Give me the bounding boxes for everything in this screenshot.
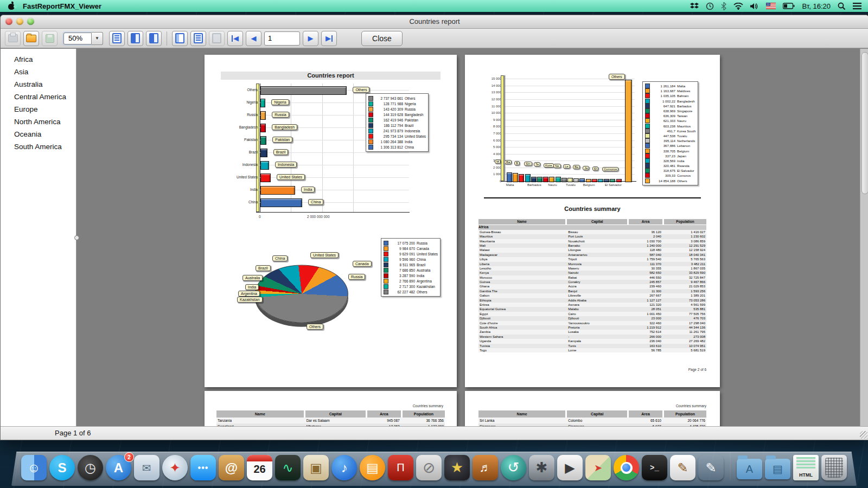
legend-value: 638,969: [652, 109, 675, 113]
splitter-handle[interactable]: [74, 235, 79, 240]
dock-icon-maps[interactable]: ➤: [585, 455, 611, 480]
vertical-scrollbar[interactable]: [860, 49, 868, 427]
keyboard-layout-flag-us[interactable]: [766, 3, 776, 9]
table-cell: 587 040: [629, 253, 662, 257]
dock-icon-timemachine[interactable]: ↺: [501, 455, 526, 480]
y-tick-label: 12 000: [478, 98, 501, 101]
table-cell: 20 064 776: [664, 418, 706, 423]
bluetooth-icon[interactable]: [721, 2, 726, 10]
table-cell: Eritrea: [478, 303, 565, 307]
dock-icon-chrome[interactable]: [614, 455, 639, 480]
appstore-glyph: A: [114, 460, 123, 476]
dock-icon-imovie[interactable]: ★: [444, 455, 470, 480]
legend-label: Kazakhstan: [417, 285, 435, 288]
title-bar[interactable]: Countries report: [1, 15, 868, 29]
dock-icon-contacts[interactable]: @: [219, 455, 244, 480]
dock-icon-garageband[interactable]: ♬: [473, 455, 498, 480]
dock-icon-safari[interactable]: ✦: [162, 455, 188, 480]
sidebar-item-europe[interactable]: Europe: [1, 103, 76, 115]
report-page-1: Countries report OthersOthersNigeriaNige…: [205, 55, 457, 387]
legend-value: 447,538: [652, 134, 675, 138]
dock-icon-terminal[interactable]: >_: [642, 455, 667, 480]
chart-legend: 2 737 943 661Others128 771 988Nigeria143…: [366, 93, 429, 152]
dock-icon-calendar[interactable]: 26: [247, 455, 272, 480]
legend-value: 328,569: [652, 159, 675, 163]
dock-icon-textedit[interactable]: ✎: [670, 455, 695, 480]
print-button[interactable]: [5, 31, 21, 46]
scrollbar-thumb[interactable]: [861, 52, 868, 194]
report-viewer-area[interactable]: Countries report OthersOthersNigeriaNige…: [77, 49, 868, 427]
table-row: MaliBamako1 240 00012 291 529: [478, 243, 706, 248]
ibooks-glyph: ▤: [366, 460, 379, 476]
dock-icon-finder[interactable]: ☺: [21, 455, 47, 480]
dock-icon-itunes[interactable]: ♪: [331, 455, 357, 480]
zoom-value[interactable]: 50%: [63, 33, 92, 44]
table-cell: Madagascar: [478, 253, 565, 257]
dock-icon-folder-apps[interactable]: A: [737, 459, 762, 479]
legend-swatch: [645, 99, 650, 104]
dock-icon-quicktime[interactable]: ▶: [557, 455, 583, 480]
sidebar-item-north-america[interactable]: North America: [1, 115, 76, 128]
dock-icon-ibooks[interactable]: ▤: [360, 455, 385, 480]
y-tick-label: 13 000: [478, 91, 501, 94]
notification-center-icon[interactable]: [853, 3, 861, 10]
open-button[interactable]: [23, 31, 39, 46]
zoom-whole-page-button[interactable]: [109, 31, 125, 46]
dock-icon-messages[interactable]: •••: [190, 455, 216, 480]
table-row: LibyaTripoli1 759 5405 765 563: [478, 257, 706, 261]
sidebar-item-australia[interactable]: Australia: [1, 78, 76, 91]
dock-icon-appstore[interactable]: A2: [106, 455, 131, 480]
zoom-100-button[interactable]: [146, 31, 162, 46]
menu-clock[interactable]: Вт, 16:20: [802, 2, 831, 10]
legend-item: 3 287 590India: [384, 273, 438, 278]
sidebar-item-asia[interactable]: Asia: [1, 66, 76, 78]
next-page-button[interactable]: ▶: [303, 31, 318, 46]
dock-icon-folder-docs[interactable]: ▤: [765, 459, 790, 479]
sidebar-item-africa[interactable]: Africa: [1, 53, 76, 66]
dock-icon-sysprefs[interactable]: ✱: [529, 455, 554, 480]
table-cell: 163 610: [629, 344, 662, 348]
pie-slice-tag: India: [245, 284, 259, 290]
legend-label: Tuvalu: [677, 134, 687, 138]
sidebar-item-oceania[interactable]: Oceania: [1, 128, 76, 140]
page-number-input[interactable]: [264, 31, 300, 46]
volume-icon[interactable]: [750, 3, 759, 10]
bar-category-label: Brazil: [229, 150, 258, 154]
dropbox-icon[interactable]: [690, 2, 699, 10]
table-header-row: NameCapitalAreaPopulation: [216, 410, 445, 418]
zoom-dropdown-button[interactable]: ▼: [92, 32, 103, 45]
dock-icon-photobooth[interactable]: Π: [388, 455, 413, 480]
dock-icon-skype[interactable]: S: [49, 455, 75, 480]
sidebar-item-south-america[interactable]: South America: [1, 140, 76, 153]
outline-toggle-button[interactable]: [172, 31, 188, 46]
first-page-button[interactable]: ◀: [227, 31, 243, 46]
battery-icon[interactable]: [783, 3, 795, 9]
sidebar-item-central-america[interactable]: Central America: [1, 91, 76, 103]
legend-item: 2 737 943 661Others: [368, 95, 426, 101]
spotlight-icon[interactable]: [838, 2, 846, 10]
close-button[interactable]: Close: [361, 31, 403, 46]
dock-icon-activity[interactable]: ∿: [275, 455, 301, 480]
dock-icon-dashboard[interactable]: ◷: [78, 455, 103, 480]
time-machine-menu-icon[interactable]: [706, 2, 714, 10]
dock-icon-html[interactable]: HTML: [793, 455, 819, 480]
table-cell: 44 344 136: [664, 325, 706, 330]
dock-icon-trash[interactable]: [821, 455, 847, 480]
zoom-page-width-button[interactable]: [127, 31, 143, 46]
dock-icon-iphoto[interactable]: ▣: [303, 455, 329, 480]
dock-icon-missing[interactable]: ⊘: [416, 455, 442, 480]
prev-page-button[interactable]: ◀: [246, 31, 261, 46]
dock-icon-mail[interactable]: ✉: [134, 455, 159, 480]
thumbnails-button[interactable]: [190, 31, 206, 46]
resize-grip[interactable]: [860, 431, 867, 439]
bar: [507, 172, 512, 182]
last-page-button[interactable]: ▶: [321, 31, 337, 46]
wifi-icon[interactable]: [733, 3, 743, 10]
properties-button[interactable]: [209, 31, 225, 46]
apple-menu-icon[interactable]: [8, 2, 15, 10]
table-cell: 1 127 127: [629, 298, 662, 303]
save-button[interactable]: [42, 31, 58, 46]
dock-icon-textedit-2[interactable]: ✎: [698, 455, 724, 480]
bar-tag: Others: [353, 87, 369, 93]
app-menu-title[interactable]: FastReportFMX_Viewer: [23, 2, 101, 10]
